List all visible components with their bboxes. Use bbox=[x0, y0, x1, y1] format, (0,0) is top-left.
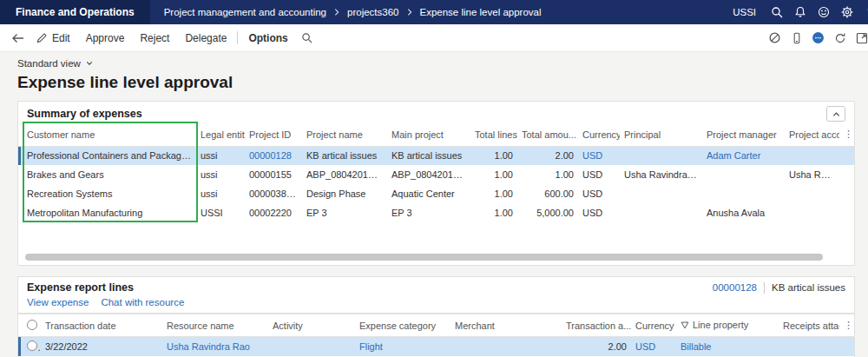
col-total-amount[interactable]: Total amou... bbox=[517, 123, 578, 146]
row-radio[interactable] bbox=[27, 340, 37, 351]
row-select-cell[interactable] bbox=[18, 337, 41, 356]
col-transaction-date[interactable]: Transaction date bbox=[41, 314, 162, 337]
col-project-id[interactable]: Project ID bbox=[245, 123, 302, 146]
cell-customer-name[interactable]: Brakes and Gears bbox=[18, 165, 196, 184]
col-line-property[interactable]: Line property bbox=[676, 314, 779, 337]
toolbar-search-icon[interactable] bbox=[296, 27, 318, 49]
col-principal[interactable]: Principal bbox=[620, 123, 702, 146]
cell-legal-entity[interactable]: ussi bbox=[196, 146, 245, 165]
col-currency[interactable]: Currency bbox=[578, 123, 620, 146]
cell-currency-link[interactable]: USD bbox=[578, 146, 620, 165]
cell-currency[interactable]: USD bbox=[578, 184, 620, 203]
cell-customer-name[interactable]: Metropolitan Manufacturing bbox=[18, 203, 196, 222]
cell-project-accountant[interactable] bbox=[785, 146, 839, 165]
summary-row[interactable]: Metropolitan Manufacturing USSI 00002220… bbox=[18, 203, 854, 222]
cell-project-id-link[interactable]: 00000128 bbox=[245, 146, 302, 165]
breadcrumb-item-page[interactable]: Expense line level approval bbox=[420, 7, 542, 17]
col-legal-entity[interactable]: Legal entity bbox=[196, 123, 245, 146]
view-expense-link[interactable]: View expense bbox=[27, 297, 89, 307]
col-activity[interactable]: Activity bbox=[268, 314, 355, 337]
cell-project-id[interactable]: 00002220 bbox=[245, 203, 302, 222]
reject-button[interactable]: Reject bbox=[132, 24, 177, 51]
cell-project-accountant[interactable] bbox=[785, 184, 839, 203]
col-merchant[interactable]: Merchant bbox=[450, 314, 562, 337]
cell-principal[interactable] bbox=[620, 203, 702, 222]
horizontal-scrollbar[interactable] bbox=[25, 254, 847, 261]
collapse-section-button[interactable] bbox=[826, 106, 845, 122]
settings-gear-icon[interactable] bbox=[835, 0, 858, 24]
cell-more[interactable] bbox=[839, 184, 854, 203]
delegate-button[interactable]: Delegate bbox=[177, 24, 234, 51]
cell-currency[interactable]: USD bbox=[578, 165, 620, 184]
cell-principal[interactable] bbox=[620, 146, 702, 165]
cell-main-project[interactable]: KB artical issues bbox=[387, 146, 470, 165]
cell-more[interactable] bbox=[839, 146, 854, 165]
col-resource-name[interactable]: Resource name bbox=[162, 314, 268, 337]
app-name[interactable]: Finance and Operations bbox=[0, 0, 150, 24]
cell-project-accountant[interactable]: Usha Ravindra Rao bbox=[785, 165, 839, 184]
col-transaction-amount[interactable]: Transaction a... bbox=[562, 314, 631, 337]
col-project-manager[interactable]: Project manager bbox=[702, 123, 785, 146]
cell-legal-entity[interactable]: ussi bbox=[196, 184, 245, 203]
cell-project-name[interactable]: KB artical issues bbox=[302, 146, 387, 165]
cell-legal-entity[interactable]: ussi bbox=[196, 165, 245, 184]
cell-project-name[interactable]: EP 3 bbox=[302, 203, 387, 222]
cell-more[interactable] bbox=[839, 337, 854, 356]
circle-slash-icon[interactable] bbox=[764, 27, 786, 49]
summary-row[interactable]: Recreation Systems ussi 00000386.10 Desi… bbox=[18, 184, 854, 203]
expand-window-icon[interactable] bbox=[851, 27, 868, 49]
grid-options-button[interactable]: ⋮ bbox=[839, 123, 854, 146]
col-receipts-attached[interactable]: Receipts attac... bbox=[779, 314, 839, 337]
view-selector[interactable]: Standard view bbox=[17, 58, 94, 69]
cell-transaction-amount[interactable]: 2.00 bbox=[562, 337, 631, 356]
cell-more[interactable] bbox=[839, 165, 854, 184]
cell-activity[interactable] bbox=[268, 337, 355, 356]
grid-options-button[interactable]: ⋮ bbox=[839, 314, 854, 337]
cell-project-manager-link[interactable]: Adam Carter bbox=[702, 146, 785, 165]
select-all-radio[interactable] bbox=[27, 320, 37, 330]
cell-project-accountant[interactable] bbox=[785, 203, 839, 222]
cell-main-project[interactable]: EP 3 bbox=[387, 203, 470, 222]
cell-project-manager[interactable] bbox=[702, 165, 785, 184]
chat-with-resource-link[interactable]: Chat with resource bbox=[101, 297, 184, 307]
filter-icon[interactable] bbox=[681, 321, 689, 329]
options-button[interactable]: Options bbox=[240, 24, 295, 51]
cell-merchant[interactable] bbox=[450, 337, 562, 356]
col-project-name[interactable]: Project name bbox=[302, 123, 387, 146]
col-expense-category[interactable]: Expense category bbox=[355, 314, 450, 337]
cell-total-lines[interactable]: 1.00 bbox=[470, 184, 517, 203]
breadcrumb-item-module[interactable]: Project management and accounting bbox=[164, 7, 326, 17]
cell-legal-entity[interactable]: USSI bbox=[196, 203, 245, 222]
chat-bubble-icon[interactable] bbox=[807, 27, 829, 49]
cell-main-project[interactable]: ABP_08042019-PT... bbox=[387, 165, 470, 184]
approve-button[interactable]: Approve bbox=[78, 24, 133, 51]
cell-total-amount[interactable]: 2.00 bbox=[517, 146, 578, 165]
select-all-column[interactable] bbox=[18, 314, 41, 337]
cell-transaction-date[interactable]: 3/22/2022 bbox=[41, 337, 162, 356]
cell-project-name[interactable]: Design Phase bbox=[302, 184, 387, 203]
cell-principal[interactable]: Usha Ravindra Rao bbox=[620, 165, 702, 184]
cell-project-id[interactable]: 00000155 bbox=[245, 165, 302, 184]
reference-id-link[interactable]: 00000128 bbox=[713, 282, 757, 293]
cell-customer-name[interactable]: Professional Containers and Packaging Co… bbox=[18, 146, 196, 165]
cell-total-amount[interactable]: 5,000.00 bbox=[517, 203, 578, 222]
back-arrow-icon[interactable] bbox=[7, 27, 29, 49]
summary-row[interactable]: Brakes and Gears ussi 00000155 ABP_08042… bbox=[18, 165, 854, 184]
company-picker[interactable]: USSI bbox=[724, 7, 765, 17]
col-main-project[interactable]: Main project bbox=[387, 123, 470, 146]
cell-project-manager[interactable]: Anusha Avala bbox=[702, 203, 785, 222]
col-project-accountant[interactable]: Project accounta... bbox=[785, 123, 839, 146]
cell-more[interactable] bbox=[839, 203, 854, 222]
expense-line-row-selected[interactable]: 3/22/2022 Usha Ravindra Rao Flight 2.00 … bbox=[18, 337, 854, 356]
help-icon[interactable]: ? bbox=[858, 0, 868, 24]
feedback-smiley-icon[interactable] bbox=[812, 0, 835, 24]
cell-total-lines[interactable]: 1.00 bbox=[470, 165, 517, 184]
cell-currency-link[interactable]: USD bbox=[631, 337, 676, 356]
cell-principal[interactable] bbox=[620, 184, 702, 203]
cell-resource-name-link[interactable]: Usha Ravindra Rao bbox=[162, 337, 268, 356]
col-currency[interactable]: Currency bbox=[631, 314, 676, 337]
cell-expense-category-link[interactable]: Flight bbox=[355, 337, 450, 356]
cell-main-project[interactable]: Aquatic Center bbox=[387, 184, 470, 203]
cell-project-manager[interactable] bbox=[702, 184, 785, 203]
cell-total-amount[interactable]: 600.00 bbox=[517, 184, 578, 203]
